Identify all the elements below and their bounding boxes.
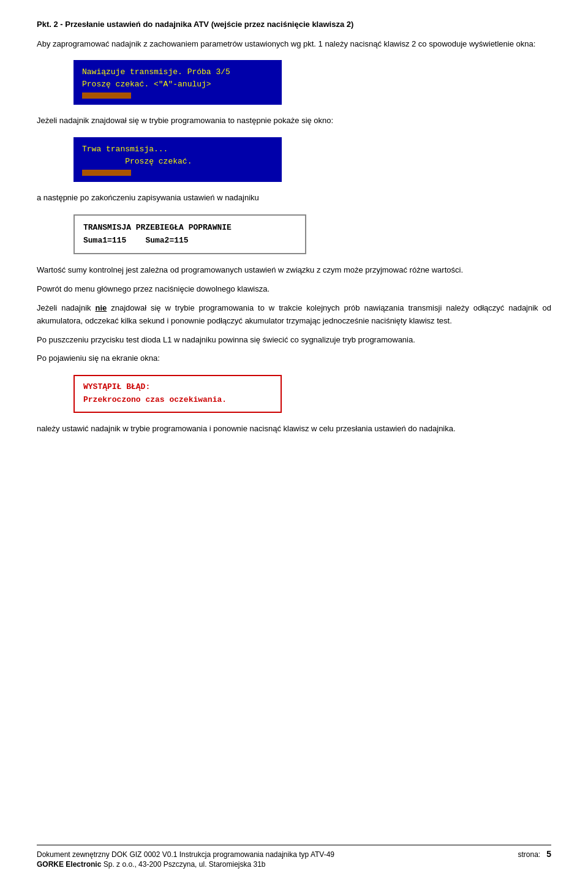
box4-line2: Przekroczono czas oczekiwania. [83,394,272,407]
box1-line1: Nawiązuje transmisje. Próba 3/5 [82,66,273,78]
para6-bold: nie [96,303,107,312]
footer-page-label: strona: 5 [518,849,552,859]
paragraph-9: należy ustawić nadajnik w trybie program… [37,423,551,436]
paragraph-4: Wartość sumy kontrolnej jest zależna od … [37,264,551,277]
footer-strona-label: strona: [518,850,541,859]
box3-line1: TRANSMISJA PRZEBIEGŁA POPRAWNIE [83,222,296,235]
box3-line2: Suma1=115 Suma2=115 [83,235,296,247]
box-error: WYSTĄPIŁ BŁĄD: Przekroczono czas oczekiw… [74,375,282,413]
footer-left-text: Dokument zewnętrzny DOK GIZ 0002 V0.1 In… [37,850,334,859]
paragraph-6: Jeżeli nadajnik nie znajdował się w tryb… [37,302,551,328]
paragraph-7: Po puszczeniu przycisku test dioda L1 w … [37,334,551,347]
box-transmission-ok: TRANSMISJA PRZEBIEGŁA POPRAWNIE Suma1=11… [74,214,306,255]
footer-bottom-row: GORKE Electronic Sp. z o.o., 43-200 Pszc… [37,860,551,869]
footer-gorke-bold: GORKE Electronic [37,860,101,869]
para6-after: znajdował się w trybie programowania to … [37,303,551,325]
box-transmission-in-progress: Trwa transmisja... Proszę czekać. [74,137,282,182]
progress-bar-2 [82,170,131,176]
paragraph-1: Aby zaprogramować nadajnik z zachowaniem… [37,38,551,51]
page-footer: Dokument zewnętrzny DOK GIZ 0002 V0.1 In… [37,845,551,869]
footer-address: Sp. z o.o., 43-200 Pszczyna, ul. Staromi… [104,860,266,869]
box2-line1: Trwa transmisja... [82,143,273,156]
footer-top-row: Dokument zewnętrzny DOK GIZ 0002 V0.1 In… [37,849,551,859]
paragraph-5: Powrót do menu głównego przez naciśnięci… [37,283,551,296]
paragraph-8: Po pojawieniu się na ekranie okna: [37,352,551,365]
paragraph-2: Jeżeli nadajnik znajdował się w trybie p… [37,115,551,127]
box2-line2: Proszę czekać. [82,156,273,168]
box1-line2: Proszę czekać. <"A"-anuluj> [82,78,273,91]
progress-bar-1 [82,92,131,99]
para6-before: Jeżeli nadajnik [37,303,96,312]
paragraph-3: a następnie po zakończeniu zapisywania u… [37,192,551,205]
box-transmission-attempt: Nawiązuje transmisje. Próba 3/5 Proszę c… [74,60,282,105]
footer-page-number: 5 [546,849,551,859]
page-heading: Pkt. 2 - Przesłanie ustawień do nadajnik… [37,18,551,31]
box4-line1: WYSTĄPIŁ BŁĄD: [83,381,272,394]
page-content: Pkt. 2 - Przesłanie ustawień do nadajnik… [37,18,551,436]
